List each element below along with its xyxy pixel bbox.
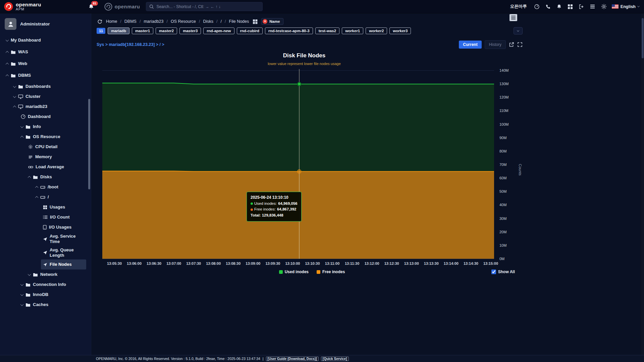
sidebar-item-dbms[interactable]: DBMS [4,70,86,81]
server-tag-rnd-cubird[interactable]: rnd-cubird [237,27,263,34]
sidebar-item-label: Avg. Queue Length [50,247,84,258]
sidebar-item-avg-queue-length[interactable]: Avg. Queue Length [41,246,86,260]
call-button[interactable] [545,3,551,10]
refresh-button[interactable] [97,18,103,25]
svg-text:0M: 0M [499,257,504,261]
sidebar-item-cpu-detail[interactable]: CPU Detail [26,142,86,152]
sidebar-item-os-resource[interactable]: OS Resource [19,132,86,142]
hamburger-icon [590,4,595,9]
breadcrumb-item-file-nodes[interactable]: File Nodes [229,19,249,24]
legend-item-used-inodes[interactable]: Used inodes [279,269,309,274]
memory-icon [28,155,33,159]
show-all-toggle[interactable]: Show All [491,269,515,274]
sidebar-item-i-o-count[interactable]: I/O Count [41,212,86,222]
footer: OPENMARU, Inc. © 2016, All Rights Reserv… [0,355,644,362]
view-toolbar: Sys > mariadb[192.168.23.23] > / > Curre… [97,40,523,49]
chevron-up-icon [35,186,39,189]
openmaru-logo-icon [4,2,13,11]
filter-chip[interactable]: × Name [261,18,283,25]
fullscreen-icon[interactable] [517,42,523,47]
sidebar-item-cluster[interactable]: Cluster [11,92,86,102]
app-logo[interactable]: openmaru APM [0,2,41,11]
chart-context-menu-button[interactable] [509,14,517,21]
sidebar-item-boot[interactable]: /boot [34,182,86,192]
sidebar-item-mariadb23[interactable]: mariadb23 [11,102,86,112]
remove-filter-icon[interactable]: × [263,19,267,24]
alerts-button[interactable] [556,3,562,10]
breadcrumb-item-home[interactable]: Home [106,19,117,24]
sidebar-item-file-nodes[interactable]: File Nodes [41,259,86,269]
sidebar-item-usages[interactable]: Usages [41,202,86,212]
sidebar-item-caches[interactable]: Caches [19,300,86,310]
svg-text:13:08:30: 13:08:30 [226,261,240,265]
svg-text:30M: 30M [499,217,506,221]
sidebar-item-web[interactable]: Web [4,58,86,70]
sidebar-scrollbar[interactable] [88,99,90,189]
sidebar-item-info[interactable]: Info [19,122,86,132]
chart-area[interactable]: 0M10M20M30M40M50M60M70M80M90M100M110M120… [102,69,522,267]
tooltip-row: Free inodes: 64,867,392 [251,206,298,213]
quick-service-link[interactable]: [Quick Service] [321,357,349,361]
server-tag-mariadb[interactable]: mariadb [108,27,129,34]
server-tag-worker2[interactable]: worker2 [366,27,387,34]
apps-button[interactable] [567,3,574,10]
server-tag-worker1[interactable]: worker1 [342,27,363,34]
chevron-down-icon [517,29,519,32]
search-input[interactable] [156,4,259,9]
breadcrumb-item-disks[interactable]: Disks [203,19,214,24]
server-tag-master2[interactable]: master2 [156,27,177,34]
open-external-icon[interactable] [509,42,514,47]
server-tag-master1[interactable]: master1 [132,27,153,34]
current-button[interactable]: Current [459,41,481,49]
folder-icon [11,73,16,78]
sidebar-item-connection-info[interactable]: Connection Info [19,280,86,290]
language-selector[interactable]: English [612,4,639,9]
table-view-button[interactable] [252,18,258,25]
disk-file-nodes-chart[interactable]: 0M10M20M30M40M50M60M70M80M90M100M110M120… [102,69,522,267]
breadcrumb-item-root[interactable]: / [221,19,222,24]
sidebar-item-my-dashboard[interactable]: My Dashboard [4,35,86,46]
history-button[interactable]: History [485,40,506,49]
sidebar-item-was[interactable]: WAS [4,46,86,58]
server-tag-worker3[interactable]: worker3 [389,27,411,34]
tooltip-total: Total: 129,836,448 [251,213,298,219]
sidebar-item-avg-service-time[interactable]: Avg. Service Time [41,232,86,246]
legend-item-free-inodes[interactable]: Free inodes [317,269,345,274]
show-all-checkbox[interactable] [491,269,496,274]
chevron-up-icon [13,105,16,109]
sidebar-item-label: Network [40,272,57,277]
sidebar-item-network[interactable]: Network [26,269,86,280]
search-bar[interactable] [146,2,263,11]
sidebar-item-i-o-usages[interactable]: I/O Usages [41,222,86,232]
chart-legend-row: Used inodesFree inodes Show All [102,269,522,274]
sidebar-item-label: I/O Count [50,215,70,220]
server-tag-master3[interactable]: master3 [179,27,201,34]
sidebar-item-innodb[interactable]: InnoDB [19,290,86,300]
page-scrollbar[interactable] [641,13,644,355]
server-tag-rnd-apm-new[interactable]: rnd-apm-new [203,27,234,34]
monitoring-gauge-button[interactable] [533,3,540,10]
server-tag-test-was2[interactable]: test-was2 [315,27,339,34]
sidebar-item-disks[interactable]: Disks [26,172,86,182]
svg-text:10M: 10M [499,243,506,247]
breadcrumb-item-os-resource[interactable]: OS Resource [171,19,196,24]
server-tag-rnd-testcase-apm-80-3[interactable]: rnd-testcase-apm-80-3 [265,27,313,34]
logout-button[interactable] [578,3,585,10]
user-profile[interactable]: Administrator [0,13,91,34]
main-menu-button[interactable] [589,3,596,10]
system-path[interactable]: Sys > mariadb[192.168.23.23] > / > [97,42,164,47]
sidebar-item-dashboards[interactable]: Dashboards [11,81,86,92]
sidebar-item-root[interactable]: / [34,192,86,202]
collapse-tags-button[interactable] [514,27,523,35]
sidebar-item-load-average[interactable]: Load Average [26,162,86,172]
scrollbar-thumb[interactable] [642,18,644,58]
sidebar-item-dashboard[interactable]: Dashboard [19,112,86,122]
user-guide-link[interactable]: [User Guide (Download, Docs)] [266,357,319,361]
breadcrumb-item-dbms[interactable]: DBMS [124,19,137,24]
sidebar-item-label: Dashboards [25,84,51,89]
breadcrumb-item-mariadb23[interactable]: mariadb23 [144,19,163,24]
settings-button[interactable] [600,3,607,10]
device-icon [43,225,47,230]
notifications-button[interactable]: 81 [88,3,95,10]
sidebar-item-memory[interactable]: Memory [26,152,86,162]
